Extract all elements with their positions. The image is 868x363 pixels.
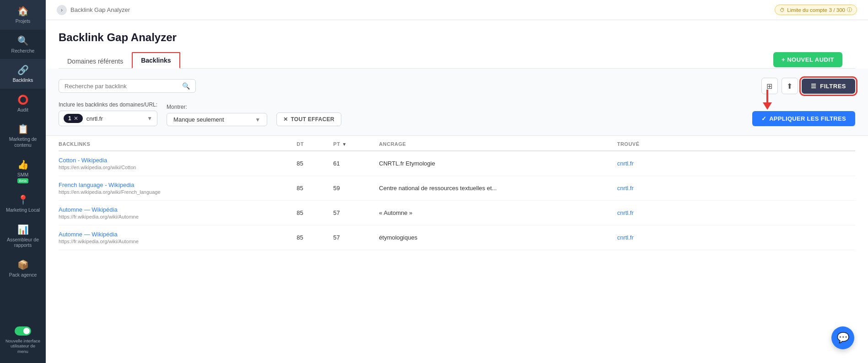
tab-backlinks[interactable]: Backlinks <box>132 52 180 69</box>
columns-button[interactable]: ⊞ <box>761 78 778 94</box>
search-icon: 🔍 <box>182 82 190 90</box>
sidebar-item-marketing-local[interactable]: 📍 Marketing Local <box>0 189 46 219</box>
montrer-selector[interactable]: Manque seulement ▼ <box>167 113 267 126</box>
location-icon: 📍 <box>17 194 29 205</box>
filter-row: Inclure les backlinks des domaines/URL: … <box>59 101 855 126</box>
table-row: Cotton - Wikipedia https://en.wikipedia.… <box>59 151 855 176</box>
th-trouve: TROUVÉ <box>617 141 855 147</box>
chevron-right-icon: › <box>61 7 63 13</box>
chevron-down-icon-2: ▼ <box>255 117 260 123</box>
pack-icon: 📦 <box>17 259 29 270</box>
cell-dt-2: 85 <box>297 209 333 216</box>
table-row: Automne — Wikipédia https://fr.wikipedia… <box>59 225 855 250</box>
montrer-filter-group: Montrer: Manque seulement ▼ <box>167 104 267 126</box>
sidebar-item-backlinks[interactable]: 🔗 Backlinks <box>0 59 46 89</box>
chat-button[interactable]: 💬 <box>831 326 854 349</box>
filter-section: 🔍 ⊞ ⬆ ☰ FILTRES <box>46 69 868 136</box>
cell-trouve-1[interactable]: cnrtl.fr <box>617 185 855 192</box>
cell-pt-2: 57 <box>333 209 379 216</box>
filter-icon: ☰ <box>811 83 817 90</box>
cell-pt-1: 59 <box>333 185 379 192</box>
backlink-title-0[interactable]: Cotton - Wikipedia <box>59 157 297 164</box>
sidebar-toggle-button[interactable]: › <box>57 5 67 15</box>
backlink-url-1: https://en.wikipedia.org/wiki/French_lan… <box>59 189 297 195</box>
backlink-url-2: https://fr.wikipedia.org/wiki/Automne <box>59 214 297 219</box>
backlink-title-1[interactable]: French language - Wikipedia <box>59 182 297 188</box>
cell-dt-3: 85 <box>297 234 333 241</box>
topbar-title: Backlink Gap Analyzer <box>70 6 130 13</box>
account-limit-badge: ⏱ Limite du compte 3 / 300 ⓘ <box>775 5 857 15</box>
limit-icon: ⏱ <box>780 7 785 13</box>
backlink-icon: 🔗 <box>17 64 29 75</box>
cell-ancrage-1: Centre national de ressources textuelles… <box>379 185 617 192</box>
cell-trouve-0[interactable]: cnrtl.fr <box>617 160 855 167</box>
topbar-left: › Backlink Gap Analyzer <box>57 5 130 15</box>
backlink-cell: Automne — Wikipédia https://fr.wikipedia… <box>59 206 297 219</box>
sidebar-item-marketing-contenu[interactable]: 📋 Marketing de contenu <box>0 118 46 153</box>
domain-selector[interactable]: 1 ✕ cnrtl.fr ▼ <box>59 111 157 126</box>
filter-icons: ⊞ ⬆ ☰ FILTRES <box>761 78 855 94</box>
th-pt[interactable]: PT ▼ <box>333 141 379 147</box>
cell-dt-0: 85 <box>297 160 333 167</box>
backlink-title-2[interactable]: Automne — Wikipédia <box>59 206 297 213</box>
search-icon: 🔍 <box>17 35 29 46</box>
chevron-down-icon: ▼ <box>147 115 152 122</box>
topbar-right: ⏱ Limite du compte 3 / 300 ⓘ <box>775 5 857 15</box>
home-icon: 🏠 <box>17 5 29 16</box>
cell-pt-3: 57 <box>333 234 379 241</box>
cell-ancrage-2: « Automne » <box>379 209 617 216</box>
limit-text: Limite du compte <box>787 7 827 13</box>
domain-tag: 1 ✕ <box>64 114 83 123</box>
sidebar-item-projets[interactable]: 🏠 Projets <box>0 0 46 30</box>
sidebar-item-assembleur[interactable]: 📊 Assembleur de rapports <box>0 219 46 254</box>
content-icon: 📋 <box>17 123 29 134</box>
sidebar-item-audit[interactable]: ⭕ Audit <box>0 89 46 118</box>
clear-button[interactable]: ✕ TOUT EFFACER <box>276 112 341 126</box>
sidebar: 🏠 Projets 🔍 Recherche 🔗 Backlinks ⭕ Audi… <box>0 0 46 363</box>
th-ancrage: ANCRAGE <box>379 141 617 147</box>
montrer-value: Manque seulement <box>173 116 251 123</box>
apply-filters-button[interactable]: ✓ APPLIQUER LES FILTRES <box>752 111 855 126</box>
cell-dt-1: 85 <box>297 185 333 192</box>
new-audit-button[interactable]: + NOUVEL AUDIT <box>773 52 842 67</box>
search-input[interactable] <box>65 83 178 90</box>
table-header: BACKLINKS DT PT ▼ ANCRAGE TROUVÉ <box>59 136 855 151</box>
sort-icon: ▼ <box>342 142 346 147</box>
limit-value: 3 / 300 <box>829 7 845 13</box>
domain-filter-group: Inclure les backlinks des domaines/URL: … <box>59 101 157 126</box>
header-actions: + NOUVEL AUDIT <box>773 52 842 67</box>
tab-domaines[interactable]: Domaines référents <box>59 53 132 69</box>
th-dt[interactable]: DT <box>297 141 333 147</box>
cell-pt-0: 61 <box>333 160 379 167</box>
filtres-button[interactable]: ☰ FILTRES <box>802 79 855 94</box>
cell-ancrage-3: étymologiques <box>379 234 617 241</box>
montrer-label: Montrer: <box>167 104 267 110</box>
backlink-cell: Automne — Wikipédia https://fr.wikipedia… <box>59 231 297 244</box>
backlink-url-0: https://en.wikipedia.org/wiki/Cotton <box>59 165 297 170</box>
check-icon: ✓ <box>761 115 766 122</box>
domain-tag-remove[interactable]: ✕ <box>74 115 78 122</box>
beta-badge: Beta <box>17 178 28 183</box>
cell-trouve-2[interactable]: cnrtl.fr <box>617 209 855 216</box>
backlink-cell: Cotton - Wikipedia https://en.wikipedia.… <box>59 157 297 170</box>
table-row: Automne — Wikipédia https://fr.wikipedia… <box>59 201 855 225</box>
cell-trouve-3[interactable]: cnrtl.fr <box>617 234 855 241</box>
export-icon: ⬆ <box>787 82 793 91</box>
sidebar-item-smm[interactable]: 👍 SMM Beta <box>0 154 46 189</box>
domain-text: cnrtl.fr <box>86 115 144 122</box>
search-box[interactable]: 🔍 <box>59 79 196 93</box>
columns-icon: ⊞ <box>766 82 772 91</box>
audit-icon: ⭕ <box>17 94 29 105</box>
include-label: Inclure les backlinks des domaines/URL: <box>59 101 157 108</box>
ui-toggle[interactable] <box>15 326 31 336</box>
toggle-label: Nouvelle interface utilisateur de menu <box>5 338 41 354</box>
th-backlinks: BACKLINKS <box>59 141 297 147</box>
toggle-area: Nouvelle interface utilisateur de menu <box>0 322 46 358</box>
backlink-title-3[interactable]: Automne — Wikipédia <box>59 231 297 238</box>
sidebar-item-recherche[interactable]: 🔍 Recherche <box>0 30 46 59</box>
export-button[interactable]: ⬆ <box>782 78 798 94</box>
main-content: › Backlink Gap Analyzer ⏱ Limite du comp… <box>46 0 868 363</box>
backlink-url-3: https://fr.wikipedia.org/wiki/Automne <box>59 239 297 244</box>
page-header: Backlink Gap Analyzer Domaines référents… <box>46 20 868 69</box>
sidebar-item-pack-agence[interactable]: 📦 Pack agence <box>0 254 46 283</box>
